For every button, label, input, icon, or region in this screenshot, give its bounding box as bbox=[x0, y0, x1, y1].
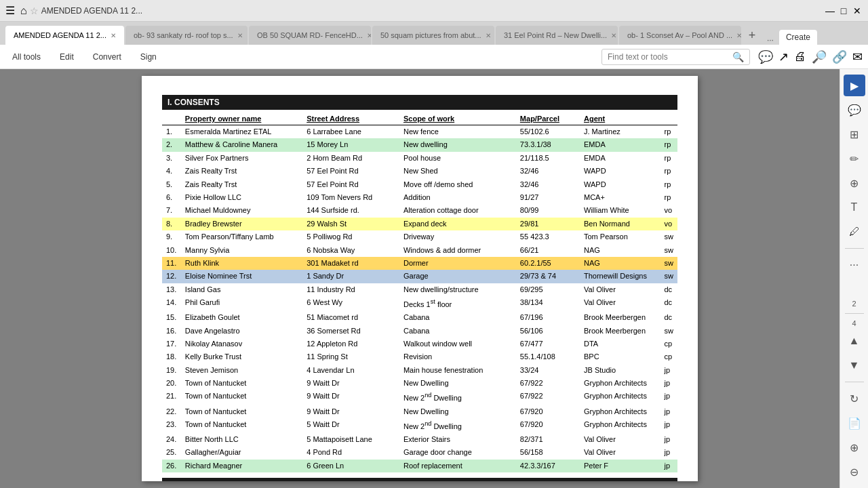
title-bar: ☰ ⌂ ☆ AMENDED AGENDA 11 2... — □ ✕ bbox=[0, 0, 868, 22]
zoom-out-icon[interactable]: ⊖ bbox=[844, 461, 865, 483]
sidebar-divider-3 bbox=[845, 382, 864, 382]
tab-1-close[interactable]: ✕ bbox=[237, 32, 243, 39]
comment-icon[interactable]: 💬 bbox=[844, 99, 865, 121]
document-area: I. CONSENTS Property owner name Street A… bbox=[0, 69, 840, 488]
row-code: dc bbox=[660, 311, 678, 324]
row-owner: Island Gas bbox=[181, 283, 302, 296]
menu-icon[interactable]: ☰ bbox=[5, 4, 15, 17]
row-owner: Steven Jemison bbox=[181, 364, 302, 377]
table-row: 20. Town of Nantucket 9 Waitt Dr New Dwe… bbox=[162, 377, 677, 390]
star-icon[interactable]: ☆ bbox=[30, 5, 39, 16]
row-address: 57 Eel Point Rd bbox=[302, 165, 399, 178]
print-icon[interactable]: 🖨 bbox=[794, 49, 806, 64]
pen-icon[interactable]: ✏ bbox=[844, 148, 865, 169]
tab-0[interactable]: AMENDED AGENDA 11 2... ✕ bbox=[5, 26, 124, 45]
close-button[interactable]: ✕ bbox=[852, 5, 863, 16]
cursor-tool-icon[interactable]: ▶ bbox=[844, 75, 865, 96]
row-code: cp bbox=[660, 350, 678, 363]
row-parcel: 91/27 bbox=[516, 191, 580, 204]
row-agent: Gryphon Architects bbox=[580, 390, 660, 405]
search-icon[interactable]: 🔍 bbox=[732, 52, 744, 62]
sidebar-divider-2 bbox=[845, 313, 864, 314]
more-tabs-button[interactable]: ··· bbox=[763, 35, 778, 45]
table-row: 19. Steven Jemison 4 Lavendar Ln Main ho… bbox=[162, 364, 677, 377]
tab-0-label: AMENDED AGENDA 11 2... bbox=[14, 31, 106, 39]
more-icon[interactable]: ··· bbox=[844, 254, 865, 276]
maximize-button[interactable]: □ bbox=[838, 5, 849, 16]
row-scope: New fence bbox=[399, 125, 516, 139]
sign-button[interactable]: Sign bbox=[134, 49, 163, 64]
row-address: 11 Spring St bbox=[302, 350, 399, 363]
tab-3[interactable]: 50 squam pictures from abut... ✕ bbox=[372, 26, 494, 45]
row-scope: Move off /demo shed bbox=[399, 178, 516, 191]
tab-2-close[interactable]: ✕ bbox=[367, 32, 371, 39]
tab-4[interactable]: 31 Eel Point Rd – New Dwelli... ✕ bbox=[496, 26, 618, 45]
tab-5-close[interactable]: ✕ bbox=[736, 32, 741, 39]
mail-icon[interactable]: ✉ bbox=[852, 49, 863, 64]
row-code: rp bbox=[660, 152, 678, 165]
create-button[interactable]: Create bbox=[779, 30, 817, 45]
tab-1[interactable]: ob- 93 sankaty rd- roof top s... ✕ bbox=[125, 26, 248, 45]
link-icon[interactable]: 🔗 bbox=[832, 49, 847, 64]
row-parcel: 67/477 bbox=[516, 338, 580, 350]
row-agent: Val Oliver bbox=[580, 446, 660, 459]
tab-0-close[interactable]: ✕ bbox=[111, 32, 116, 39]
col-owner: Property owner name bbox=[181, 113, 302, 125]
tab-2[interactable]: OB 50 SQUAM RD- FenceHD... ✕ bbox=[249, 26, 371, 45]
search-input[interactable] bbox=[608, 52, 730, 62]
window-controls: — □ ✕ bbox=[825, 5, 863, 16]
row-num: 26. bbox=[162, 460, 181, 472]
row-address: 4 Lavendar Ln bbox=[302, 364, 399, 377]
minimize-button[interactable]: — bbox=[825, 5, 835, 16]
zoom-in-icon[interactable]: ⊕ bbox=[844, 436, 865, 458]
row-agent: Peter F bbox=[580, 460, 660, 472]
row-parcel: 56/106 bbox=[516, 325, 580, 338]
active-tab-title: AMENDED AGENDA 11 2... bbox=[41, 6, 142, 16]
row-scope: New 2nd Dwelling bbox=[399, 418, 516, 433]
row-parcel: 67/922 bbox=[516, 390, 580, 405]
share-icon[interactable]: ↗ bbox=[778, 49, 789, 64]
row-code: sw bbox=[660, 257, 678, 270]
all-tools-button[interactable]: All tools bbox=[5, 49, 47, 64]
row-agent: WAPD bbox=[580, 165, 660, 178]
row-code: vo bbox=[660, 218, 678, 230]
toolbar: All tools Edit Convert Sign 🔍 💬 ↗ 🖨 🔎 🔗 … bbox=[0, 45, 868, 69]
row-num: 8. bbox=[162, 218, 181, 230]
row-code: sw bbox=[660, 270, 678, 283]
convert-button[interactable]: Convert bbox=[86, 49, 128, 64]
new-tab-button[interactable]: + bbox=[743, 26, 762, 45]
edit-button[interactable]: Edit bbox=[53, 49, 81, 64]
row-address: 144 Surfside rd. bbox=[302, 204, 399, 217]
tab-3-close[interactable]: ✕ bbox=[486, 32, 491, 39]
document-icon[interactable]: 📄 bbox=[844, 412, 865, 434]
row-code: rp bbox=[660, 125, 678, 139]
table-row: 7. Michael Muldowney 144 Surfside rd. Al… bbox=[162, 204, 677, 217]
table-row: 1. Esmeralda Martinez ETAL 6 Larrabee La… bbox=[162, 125, 677, 139]
row-owner: Pixie Hollow LLC bbox=[181, 191, 302, 204]
table-row: 9. Tom Pearson/Tiffany Lamb 5 Polliwog R… bbox=[162, 230, 677, 243]
text-icon[interactable]: T bbox=[844, 197, 865, 218]
row-scope: New dwelling/structure bbox=[399, 283, 516, 296]
row-num: 5. bbox=[162, 178, 181, 191]
lasso-icon[interactable]: ⊕ bbox=[844, 172, 865, 194]
row-owner: Bitter North LLC bbox=[181, 433, 302, 446]
tab-5[interactable]: ob- 1 Sconset Av – Pool AND ... ✕ bbox=[619, 26, 741, 45]
search-bar[interactable]: 🔍 bbox=[601, 49, 750, 65]
home-icon[interactable]: ⌂ bbox=[20, 5, 27, 17]
row-agent: EMDA bbox=[580, 138, 660, 151]
zoom-icon[interactable]: 🔎 bbox=[812, 49, 827, 64]
highlight-icon[interactable]: 🖊 bbox=[844, 221, 865, 243]
grid-icon[interactable]: ⊞ bbox=[844, 123, 865, 145]
row-parcel: 42.3.3/167 bbox=[516, 460, 580, 472]
row-owner: Zais Realty Trst bbox=[181, 178, 302, 191]
row-scope: Revision bbox=[399, 350, 516, 363]
row-num: 21. bbox=[162, 390, 181, 405]
row-num: 6. bbox=[162, 191, 181, 204]
row-num: 1. bbox=[162, 125, 181, 139]
tab-4-close[interactable]: ✕ bbox=[611, 32, 616, 39]
comment-toolbar-icon[interactable]: 💬 bbox=[758, 49, 773, 64]
scroll-down-icon[interactable]: ▼ bbox=[844, 354, 865, 376]
scroll-up-icon[interactable]: ▲ bbox=[844, 330, 865, 352]
refresh-icon[interactable]: ↻ bbox=[844, 388, 865, 409]
row-owner: Richard Meagner bbox=[181, 460, 302, 472]
